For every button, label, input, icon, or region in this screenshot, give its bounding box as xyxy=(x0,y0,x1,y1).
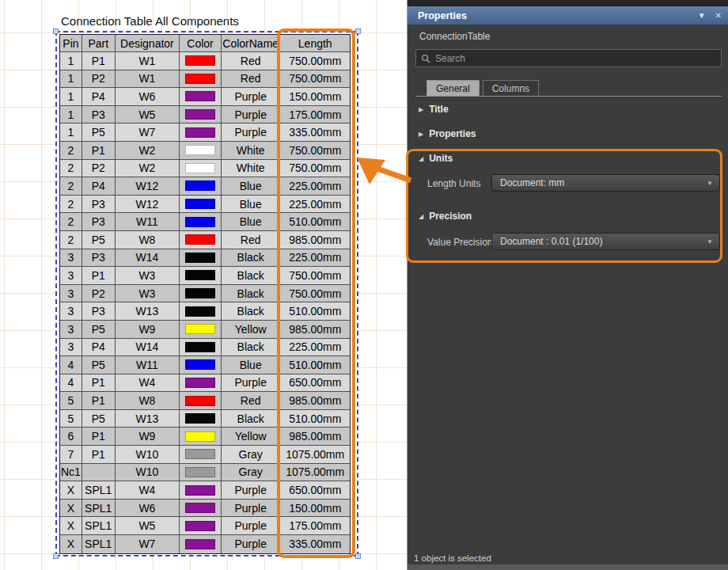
cell-designator: W12 xyxy=(116,177,180,196)
section-precision[interactable]: ◢ Precision xyxy=(419,211,472,222)
table-row: 1 P3 W5 Purple 175.00mm xyxy=(60,106,350,124)
search-input[interactable] xyxy=(435,53,716,64)
cell-pin: 1 xyxy=(60,70,82,89)
selection-handle-top-right[interactable] xyxy=(355,28,361,34)
cell-designator: W12 xyxy=(116,196,180,214)
table-row: 3 P3 W13 Black 510.00mm xyxy=(60,302,350,321)
cell-colorname: Black xyxy=(222,249,281,268)
length-units-dropdown[interactable]: Document: mm ▼ xyxy=(491,174,720,192)
cell-part: P1 xyxy=(82,142,116,160)
cell-color xyxy=(180,106,222,124)
cell-designator: W5 xyxy=(116,106,180,124)
cell-part: P3 xyxy=(82,302,116,321)
cell-part: P5 xyxy=(82,321,116,339)
cell-pin: X xyxy=(60,535,82,553)
cell-color xyxy=(180,321,222,339)
cell-length: 750.00mm xyxy=(280,52,350,70)
cell-length: 1075.00mm xyxy=(280,464,350,482)
tab-bar: General Columns xyxy=(427,80,539,97)
value-precision-dropdown[interactable]: Document : 0.01 (1/100) ▼ xyxy=(491,233,720,250)
tab-columns[interactable]: Columns xyxy=(483,80,539,97)
selection-handle-top-left[interactable] xyxy=(53,28,59,34)
cell-color xyxy=(180,267,222,285)
chevron-down-icon[interactable]: ▼ xyxy=(698,11,706,20)
cell-color xyxy=(180,339,222,357)
cell-designator: W2 xyxy=(116,142,180,160)
cell-pin: 5 xyxy=(60,392,82,410)
section-precision-label: Precision xyxy=(429,211,472,222)
cell-colorname: Purple xyxy=(222,500,281,518)
cell-colorname: Gray xyxy=(222,464,281,482)
cell-color xyxy=(180,500,222,518)
table-row: 3 P5 W9 Yellow 985.00mm xyxy=(60,321,350,339)
cell-pin: 1 xyxy=(60,106,82,124)
color-swatch xyxy=(185,467,215,477)
close-icon[interactable]: ✕ xyxy=(715,11,722,20)
chevron-down-icon: ▼ xyxy=(707,238,713,245)
cell-color xyxy=(180,374,222,393)
cell-color xyxy=(180,464,222,482)
cell-part: P2 xyxy=(82,160,116,178)
cell-color xyxy=(180,535,222,553)
connection-table[interactable]: Pin Part Designator Color ColorName Leng… xyxy=(59,34,351,554)
color-swatch xyxy=(185,74,215,84)
application-window: Connection Table All Components Pin Part… xyxy=(0,0,728,570)
search-box[interactable] xyxy=(415,49,722,67)
cell-pin: 4 xyxy=(60,374,82,393)
color-swatch xyxy=(185,199,215,209)
cell-pin: 3 xyxy=(60,249,82,268)
column-header-colorname: ColorName xyxy=(222,35,281,52)
cell-length: 335.00mm xyxy=(280,124,350,142)
cell-pin: Nc1 xyxy=(60,464,82,482)
selection-handle-bottom-left[interactable] xyxy=(53,553,59,559)
cell-colorname: Blue xyxy=(222,213,281,231)
cell-designator: W14 xyxy=(116,249,180,268)
cell-length: 750.00mm xyxy=(280,70,350,89)
tab-underline xyxy=(415,96,722,97)
cell-color xyxy=(180,160,222,178)
color-swatch xyxy=(185,521,215,531)
cell-part: P3 xyxy=(82,249,116,268)
cell-colorname: Purple xyxy=(222,106,281,124)
color-swatch xyxy=(185,539,215,549)
table-row: 3 P4 W14 Black 225.00mm xyxy=(60,339,350,357)
cell-colorname: Red xyxy=(222,231,281,249)
tab-general[interactable]: General xyxy=(427,80,480,97)
cell-part: SPL1 xyxy=(82,517,116,535)
cell-length: 225.00mm xyxy=(280,339,350,357)
color-swatch xyxy=(185,431,215,442)
cell-designator: W9 xyxy=(116,428,180,446)
cell-color xyxy=(180,392,222,410)
color-swatch xyxy=(185,449,215,459)
color-swatch xyxy=(185,342,215,352)
cell-pin: 6 xyxy=(60,428,82,446)
cell-length: 1075.00mm xyxy=(280,446,350,464)
search-icon xyxy=(421,54,430,63)
color-swatch xyxy=(185,180,215,191)
table-row: 2 P5 W8 Red 985.00mm xyxy=(60,231,350,249)
cell-pin: X xyxy=(60,481,82,500)
cell-length: 650.00mm xyxy=(280,481,350,500)
section-properties[interactable]: ▶ Properties xyxy=(419,128,476,139)
cell-color xyxy=(180,213,222,231)
cell-length: 225.00mm xyxy=(280,177,350,196)
table-row: 7 P1 W10 Gray 1075.00mm xyxy=(60,446,350,464)
length-units-label: Length Units xyxy=(427,178,480,189)
cell-pin: X xyxy=(60,500,82,518)
section-units[interactable]: ◢ Units xyxy=(419,153,453,164)
expand-arrow-icon: ◢ xyxy=(419,213,423,220)
selection-handle-bottom-right[interactable] xyxy=(355,553,361,559)
cell-colorname: Black xyxy=(222,339,281,357)
cell-part: P5 xyxy=(82,231,116,249)
chevron-down-icon: ▼ xyxy=(707,180,713,187)
cell-part: SPL1 xyxy=(82,481,116,500)
cell-designator: W6 xyxy=(116,500,180,518)
collapse-arrow-icon: ▶ xyxy=(419,131,423,138)
cell-colorname: Black xyxy=(222,302,281,321)
cell-pin: X xyxy=(60,517,82,535)
cell-color xyxy=(180,88,222,106)
section-title[interactable]: ▶ Title xyxy=(419,104,449,115)
cell-color xyxy=(180,70,222,89)
cell-color xyxy=(180,231,222,249)
color-swatch xyxy=(185,503,215,513)
